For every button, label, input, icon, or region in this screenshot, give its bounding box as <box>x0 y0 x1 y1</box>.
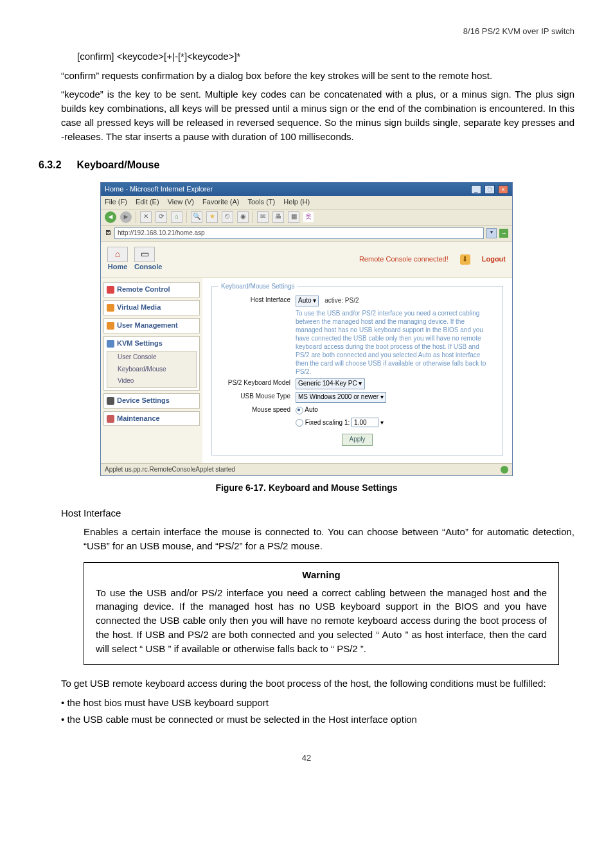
ps2-model-label: PS/2 Keyboard Model <box>220 378 290 388</box>
fieldset-legend: Keyboard/Mouse Settings <box>218 282 298 292</box>
messenger-icon[interactable]: 웃 <box>303 212 314 222</box>
usb-mouse-label: USB Mouse Type <box>220 392 290 402</box>
mail-icon[interactable]: ✉ <box>257 211 269 223</box>
fixed-scaling-input[interactable]: 1.00 <box>351 418 378 427</box>
para-confirm: “confirm” requests confirmation by a dia… <box>61 69 574 83</box>
print-icon[interactable]: 🖶 <box>272 211 284 223</box>
refresh-icon[interactable]: ⟳ <box>155 211 167 223</box>
menu-view[interactable]: View (V) <box>168 198 194 206</box>
sidebar-group-kvm: KVM Settings User Console Keyboard/Mouse… <box>103 336 200 390</box>
sidebar-item-user-console[interactable]: User Console <box>107 351 196 364</box>
host-interface-info: To use the USB and/or PS/2 interface you… <box>296 309 488 376</box>
usb-mouse-select[interactable]: MS Windows 2000 or newer ▾ <box>296 392 386 403</box>
bullet-2: • the USB cable must be connected or mus… <box>61 713 574 727</box>
sidebar-item-keyboard-mouse[interactable]: Keyboard/Mouse <box>107 364 196 376</box>
bullet-1: • the host bios must have USB keyboard s… <box>61 696 574 710</box>
user-mgmt-icon <box>107 322 114 330</box>
history-icon[interactable]: ⏲ <box>222 211 233 223</box>
apply-button[interactable]: Apply <box>342 434 372 446</box>
sidebar-item-video[interactable]: Video <box>107 375 196 387</box>
para-conditions: To get USB remote keyboard access during… <box>61 677 574 691</box>
statusbar-text: Applet us.pp.rc.RemoteConsoleApplet star… <box>105 465 235 475</box>
logout-link[interactable]: Logout <box>482 254 506 265</box>
window-title: Home - Microsoft Internet Explorer <box>105 184 213 195</box>
sidebar-item-remote-control[interactable]: Remote Control <box>103 282 200 297</box>
host-interface-heading: Host Interface <box>61 506 574 520</box>
maximize-button[interactable]: □ <box>484 185 495 194</box>
warning-box: Warning To use the USB and/or PS/2 inter… <box>84 562 559 666</box>
host-interface-select[interactable]: Auto ▾ <box>296 296 319 306</box>
browser-window: Home - Microsoft Internet Explorer _ □ ×… <box>100 182 513 477</box>
bullet-list: • the host bios must have USB keyboard s… <box>61 696 574 727</box>
address-dropdown[interactable]: ▾ <box>486 228 497 238</box>
sidebar-item-maintenance[interactable]: Maintenance <box>103 411 200 427</box>
home-thumb-icon[interactable]: ⌂ <box>107 247 128 262</box>
sidebar: Remote Control Virtual Media User Manage… <box>101 278 202 463</box>
section-number: 6.3.2 <box>39 157 74 172</box>
edit-icon[interactable]: ▦ <box>288 211 299 223</box>
warning-title: Warning <box>96 568 547 582</box>
connection-status: Remote Console connected! <box>359 254 449 265</box>
sidebar-item-device-settings[interactable]: Device Settings <box>103 393 200 409</box>
app-header: ⌂ Home ▭ Console Remote Console connecte… <box>101 242 512 278</box>
kvm-settings-icon <box>107 340 114 348</box>
para-host-interface: Enables a certain interface the mouse is… <box>84 525 574 553</box>
section-title: Keyboard/Mouse <box>76 159 159 170</box>
stop-icon[interactable]: ✕ <box>140 211 152 223</box>
ps2-model-select[interactable]: Generic 104-Key PC ▾ <box>296 378 365 389</box>
forward-icon[interactable]: ► <box>120 211 132 223</box>
para-keycode: “keycode” is the key to be sent. Multipl… <box>61 87 574 143</box>
search-icon[interactable]: 🔍 <box>191 211 202 223</box>
go-button[interactable]: → <box>499 229 508 238</box>
sidebar-item-virtual-media[interactable]: Virtual Media <box>103 300 200 315</box>
mouse-speed-fixed-radio[interactable]: Fixed scaling 1: 1.00 ▾ <box>296 418 384 428</box>
host-interface-label: Host Interface <box>220 296 290 305</box>
mouse-speed-auto-radio[interactable]: Auto <box>296 405 318 415</box>
browser-menubar: File (F) Edit (E) View (V) Favorite (A) … <box>101 196 512 209</box>
address-field[interactable]: http://192.168.10.21/home.asp <box>114 227 484 239</box>
trust-icon <box>501 466 508 474</box>
toolbar-sep-3 <box>253 211 253 223</box>
toolbar-sep <box>136 211 136 223</box>
home-label[interactable]: Home <box>107 262 128 272</box>
section-heading: 6.3.2 Keyboard/Mouse <box>39 157 574 172</box>
maintenance-icon <box>107 415 114 423</box>
device-settings-icon <box>107 397 114 405</box>
browser-toolbar: ◄ ► ✕ ⟳ ⌂ 🔍 ★ ⏲ ◉ ✉ 🖶 ▦ 웃 <box>101 209 512 226</box>
window-controls: _ □ × <box>470 184 508 195</box>
menu-tools[interactable]: Tools (T) <box>247 198 275 206</box>
km-settings-fieldset: Keyboard/Mouse Settings Host Interface A… <box>211 286 503 456</box>
close-button[interactable]: × <box>498 185 508 194</box>
app-body: Remote Control Virtual Media User Manage… <box>101 278 512 463</box>
figure-caption: Figure 6-17. Keyboard and Mouse Settings <box>39 481 574 494</box>
menu-file[interactable]: File (F) <box>105 198 127 206</box>
code-line: [confirm] <keycode>[+|-[*]<keycode>]* <box>77 49 574 64</box>
back-icon[interactable]: ◄ <box>105 211 116 223</box>
menu-fav[interactable]: Favorite (A) <box>202 198 239 206</box>
doc-header: 8/16 PS/2 KVM over IP switch <box>39 26 574 38</box>
download-icon[interactable]: ⬇ <box>460 254 470 265</box>
toolbar-sep-2 <box>186 211 187 223</box>
mouse-speed-label: Mouse speed <box>220 405 290 415</box>
warning-body: To use the USB and/or PS/2 interface you… <box>96 586 547 656</box>
menu-help[interactable]: Help (H) <box>283 198 310 206</box>
home-icon[interactable]: ⌂ <box>171 211 182 223</box>
console-label[interactable]: Console <box>134 262 162 272</box>
virtual-media-icon <box>107 304 114 312</box>
main-panel: Keyboard/Mouse Settings Host Interface A… <box>202 278 512 463</box>
console-thumb-icon[interactable]: ▭ <box>134 247 155 262</box>
page-icon: 🖺 <box>105 228 112 238</box>
media-icon[interactable]: ◉ <box>237 211 249 223</box>
sidebar-item-kvm-settings[interactable]: KVM Settings <box>107 339 197 349</box>
minimize-button[interactable]: _ <box>471 185 481 194</box>
browser-titlebar: Home - Microsoft Internet Explorer _ □ × <box>101 182 512 197</box>
page-number: 42 <box>39 752 574 765</box>
sidebar-item-user-mgmt[interactable]: User Management <box>103 318 200 333</box>
remote-control-icon <box>107 286 114 294</box>
host-interface-active: active: PS/2 <box>324 297 359 304</box>
favorites-icon[interactable]: ★ <box>206 211 218 223</box>
menu-edit[interactable]: Edit (E) <box>136 198 159 206</box>
figure-6-17: Home - Microsoft Internet Explorer _ □ ×… <box>39 182 574 477</box>
fixed-scaling-label: Fixed scaling 1: <box>305 419 350 426</box>
address-bar: 🖺 http://192.168.10.21/home.asp ▾ → <box>101 226 512 242</box>
